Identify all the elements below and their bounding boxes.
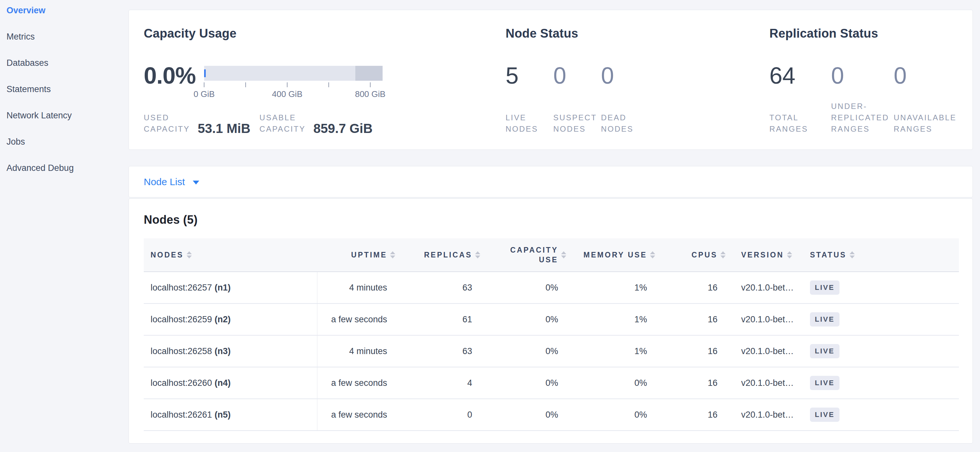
column-header-label: REPLICAS <box>424 250 472 260</box>
capacity-axis-tick <box>204 82 204 87</box>
capacity-body: 0.0% 0 GiB400 GiB800 GiB <box>144 63 506 112</box>
sort-up-arrow <box>390 251 395 254</box>
node-status-stat: 0SUSPECT NODES <box>553 63 601 135</box>
cpus-cell: 16 <box>655 367 725 398</box>
status-cell: LIVE <box>807 336 959 367</box>
uptime-cell: a few seconds <box>317 399 395 430</box>
replicas-cell: 63 <box>395 336 480 367</box>
node-status-stat-label: DEAD NODES <box>601 112 769 135</box>
version-cell: v20.1.0-bet… <box>725 367 807 398</box>
node-address-cell[interactable]: localhost:26259(n2) <box>144 304 317 335</box>
sidebar-item-metrics[interactable]: Metrics <box>0 26 129 52</box>
column-header-memory-use[interactable]: MEMORY USE <box>566 250 655 260</box>
status-badge: LIVE <box>810 376 840 390</box>
cpus-cell: 16 <box>655 272 725 303</box>
node-address: localhost:26257 <box>151 283 212 293</box>
sort-down-arrow <box>390 255 395 259</box>
capacity-axis-tick-label: 800 GiB <box>355 89 385 99</box>
column-header-cpus[interactable]: CPUS <box>655 250 725 260</box>
replication-stat: 0UNAVAILABLE RANGES <box>894 63 957 135</box>
node-id: (n2) <box>215 314 231 325</box>
column-header-nodes[interactable]: NODES <box>144 250 317 260</box>
capacity-use-cell: 0% <box>480 367 566 398</box>
sort-down-arrow <box>475 255 480 259</box>
column-header-version[interactable]: VERSION <box>725 250 807 260</box>
replicas-cell: 4 <box>395 367 480 398</box>
sort-up-arrow <box>787 251 792 254</box>
cpus-cell: 16 <box>655 399 725 430</box>
sidebar-item-statements[interactable]: Statements <box>0 79 129 105</box>
status-badge: LIVE <box>810 312 840 327</box>
column-header-uptime[interactable]: UPTIME <box>317 250 395 260</box>
sort-up-arrow <box>186 251 192 254</box>
sidebar-item-advanced-debug[interactable]: Advanced Debug <box>0 158 129 184</box>
sort-up-arrow <box>721 251 725 254</box>
uptime-cell: 4 minutes <box>317 272 395 303</box>
replication-status-stats: 64TOTAL RANGES0UNDER- REPLICATED RANGES0… <box>769 63 957 135</box>
node-address-cell[interactable]: localhost:26260(n4) <box>144 367 317 398</box>
column-header-status[interactable]: STATUS <box>807 250 959 260</box>
column-header-label: MEMORY USE <box>584 250 647 260</box>
sort-icon <box>850 251 855 259</box>
memory-use-cell: 1% <box>566 304 655 335</box>
replication-stat-value: 0 <box>894 63 957 88</box>
capacity-bar-used-segment <box>204 70 206 77</box>
version-cell: v20.1.0-bet… <box>725 272 807 303</box>
node-address-cell[interactable]: localhost:26258(n3) <box>144 336 317 367</box>
node-status-stat-value: 0 <box>553 63 601 88</box>
status-cell: LIVE <box>807 304 959 335</box>
column-header-label: UPTIME <box>351 250 387 260</box>
capacity-usage-title: Capacity Usage <box>144 26 506 41</box>
memory-use-cell: 1% <box>566 272 655 303</box>
node-address: localhost:26261 <box>151 410 212 420</box>
status-cell: LIVE <box>807 272 959 303</box>
app-root: OverviewMetricsDatabasesStatementsNetwor… <box>0 0 980 452</box>
cluster-summary-card: Capacity Usage 0.0% 0 GiB400 GiB800 GiB … <box>129 10 973 150</box>
node-status-stat: 5LIVE NODES <box>506 63 553 135</box>
node-address-cell[interactable]: localhost:26257(n1) <box>144 272 317 303</box>
capacity-use-cell: 0% <box>480 304 566 335</box>
sort-icon <box>650 251 655 259</box>
memory-use-cell: 0% <box>566 399 655 430</box>
sidebar-item-databases[interactable]: Databases <box>0 52 129 79</box>
replication-stat: 64TOTAL RANGES <box>769 63 831 135</box>
sort-icon <box>721 251 725 259</box>
nodes-count-title: Nodes (5) <box>144 213 959 227</box>
sidebar-item-overview[interactable]: Overview <box>0 0 129 26</box>
cpus-cell: 16 <box>655 304 725 335</box>
node-list-card: Node List <box>129 166 973 197</box>
capacity-bar-chart: 0 GiB400 GiB800 GiB <box>204 63 383 99</box>
cpus-cell: 16 <box>655 336 725 367</box>
status-cell: LIVE <box>807 399 959 430</box>
memory-use-cell: 0% <box>566 367 655 398</box>
capacity-use-cell: 0% <box>480 272 566 303</box>
replication-stat-label: UNAVAILABLE RANGES <box>894 112 957 135</box>
capacity-summary-label: USED CAPACITY <box>144 112 190 135</box>
replicas-cell: 0 <box>395 399 480 430</box>
node-status-stat: 0DEAD NODES <box>601 63 769 135</box>
column-header-capacity-use[interactable]: CAPACITY USE <box>480 245 566 265</box>
sort-icon <box>561 251 566 259</box>
capacity-bar-axis: 0 GiB400 GiB800 GiB <box>204 81 383 99</box>
column-header-replicas[interactable]: REPLICAS <box>395 250 480 260</box>
memory-use-cell: 1% <box>566 336 655 367</box>
sidebar-item-network-latency[interactable]: Network Latency <box>0 105 129 131</box>
node-list-dropdown[interactable]: Node List <box>144 176 199 187</box>
capacity-axis-tick-label: 0 GiB <box>194 89 215 99</box>
sort-up-arrow <box>850 251 855 254</box>
sort-down-arrow <box>850 255 855 259</box>
node-status-stat-value: 0 <box>601 63 769 88</box>
table-row: localhost:26261(n5)a few seconds00%0%16v… <box>144 399 959 431</box>
sidebar: OverviewMetricsDatabasesStatementsNetwor… <box>0 0 129 452</box>
version-cell: v20.1.0-bet… <box>725 399 807 430</box>
node-address: localhost:26260 <box>151 378 212 388</box>
capacity-axis-tick <box>370 82 371 87</box>
capacity-summary-label: USABLE CAPACITY <box>259 112 306 135</box>
node-address-cell[interactable]: localhost:26261(n5) <box>144 399 317 430</box>
capacity-usage-section: Capacity Usage 0.0% 0 GiB400 GiB800 GiB … <box>144 26 506 135</box>
node-list-dropdown-label: Node List <box>144 176 185 187</box>
table-row: localhost:26260(n4)a few seconds40%0%16v… <box>144 367 959 399</box>
capacity-percent-value: 0.0% <box>144 63 196 88</box>
uptime-cell: 4 minutes <box>317 336 395 367</box>
sidebar-item-jobs[interactable]: Jobs <box>0 131 129 158</box>
